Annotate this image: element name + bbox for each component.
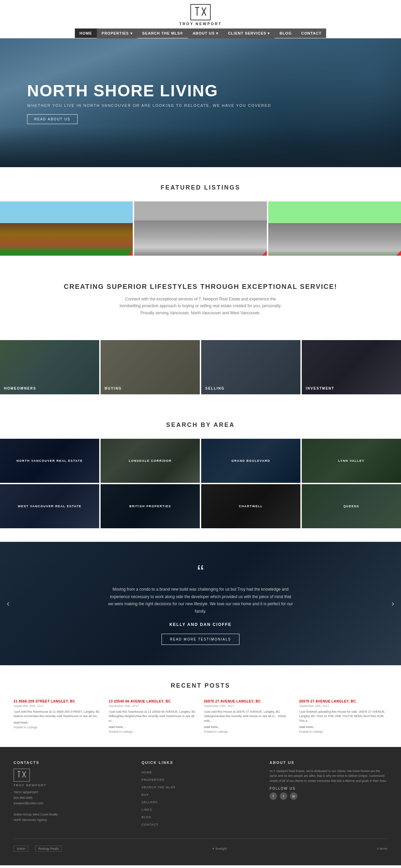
service-label-4: INVESTMENT: [306, 387, 334, 390]
footer-link-blog[interactable]: BLOG: [142, 813, 259, 820]
area-tile-lynn-valley[interactable]: LYNN VALLEY: [302, 439, 401, 483]
area-label-8: QUEENS: [340, 505, 363, 508]
listing-item-2[interactable]: SOLD: [134, 201, 267, 256]
nav-item-home[interactable]: HOME: [75, 28, 97, 38]
area-label-7: CHARTWELL: [235, 505, 266, 508]
footer-site-name: TROY NEWPORT: [14, 784, 131, 787]
post-title-2[interactable]: 13 20540 66 AVENUE Langley, BC: [109, 699, 197, 703]
social-linkedin-icon[interactable]: in: [290, 792, 297, 800]
service-overlay-3: SELLING: [201, 340, 300, 394]
search-area-section: SEARCH BY AREA NORTH VANCOUVER REAL ESTA…: [0, 408, 401, 542]
post-category-4: Posted in Listings: [299, 730, 387, 733]
service-tile-investment[interactable]: INVESTMENT: [302, 340, 401, 394]
nav-item-client-services[interactable]: CLIENT SERVICES: [223, 28, 275, 38]
service-overlay-2: BUYING: [101, 340, 200, 394]
area-tile-grand-blvd[interactable]: GRAND BOULEVARD: [201, 439, 300, 483]
post-title-1[interactable]: 21 8568 209 STREET Langley, BC: [14, 699, 102, 703]
footer-col-contacts: CONTACTS TROY NEWPORT TROY NEWPORT 604-9…: [14, 761, 131, 828]
read-more-3[interactable]: read more...: [204, 725, 292, 729]
post-item-2: 13 20540 66 AVENUE Langley, BC September…: [109, 699, 197, 734]
footer-agency: Sutton Group West Coast Realty: [14, 812, 131, 817]
footer-bottom: Sutton Realogy Realty ✦ limelight ≡ bert…: [14, 839, 387, 852]
testimonial-next-arrow[interactable]: ›: [392, 599, 394, 608]
nav-item-contact[interactable]: CONTACT: [296, 28, 326, 38]
service-tile-homeowners[interactable]: HOMEOWNERS: [0, 340, 99, 394]
hero-title: NORTH SHORE LIVING: [27, 81, 271, 100]
area-tile-lonsdale[interactable]: LONSDALE CORRIDOR: [101, 439, 200, 483]
listing-item-1[interactable]: SOLD: [0, 201, 133, 256]
hero-content: NORTH SHORE LIVING WHETHER YOU LIVE IN N…: [0, 81, 298, 124]
area-tile-west-vancouver[interactable]: WEST VANCOUVER REAL ESTATE: [0, 484, 99, 528]
area-tile-chartwell[interactable]: CHARTWELL: [201, 484, 300, 528]
site-footer: CONTACTS TROY NEWPORT TROY NEWPORT 604-9…: [0, 747, 401, 865]
social-facebook-icon[interactable]: f: [270, 792, 277, 800]
post-excerpt-3: I just sold this House at 26976 27 AVENU…: [204, 710, 292, 724]
services-section: HOMEOWNERS BUYING SELLING INVESTMENT: [0, 330, 401, 408]
footer-link-properties[interactable]: PROPERTIES: [142, 776, 259, 782]
post-item-3: 26976 27 AVENUE Langley, BC September 25…: [204, 699, 292, 734]
footer-link-links[interactable]: LINKS: [142, 806, 259, 812]
read-more-4[interactable]: read more...: [299, 725, 387, 729]
tagline-heading: CREATING SUPERIOR LIFESTYLES THROUGH EXC…: [34, 283, 367, 291]
social-twitter-icon[interactable]: t: [280, 792, 287, 800]
testimonial-section: ‹ “ Moving from a condo to a brand new b…: [0, 542, 401, 665]
footer-phone: 604-998-4085: [14, 795, 131, 801]
tagline-body: Connect with the exceptional services of…: [116, 296, 285, 316]
service-tile-selling[interactable]: SELLING: [201, 340, 300, 394]
area-tile-north-vancouver[interactable]: NORTH VANCOUVER REAL ESTATE: [0, 439, 99, 483]
post-item-4: 26976 27 AVENUE Langley, BC September 25…: [299, 699, 387, 734]
partner-sutton: Sutton: [14, 846, 28, 852]
read-more-2[interactable]: read more...: [109, 725, 197, 729]
posts-grid: 21 8568 209 STREET Langley, BC September…: [14, 699, 387, 734]
area-label-3: GRAND BOULEVARD: [228, 459, 273, 462]
nav-item-about[interactable]: ABOUT US: [188, 28, 224, 38]
footer-link-buy[interactable]: BUY: [142, 791, 259, 797]
footer-person-name: TROY NEWPORT: [14, 790, 131, 795]
footer-email: tnewport@sutton.com: [14, 801, 131, 806]
listings-grid: SOLD SOLD SOLD: [0, 201, 401, 256]
area-tile-british-properties[interactable]: BRITISH PROPERTIES: [101, 484, 200, 528]
testimonial-text: Moving from a condo to a brand new build…: [107, 586, 294, 615]
services-grid: HOMEOWNERS BUYING SELLING INVESTMENT: [0, 340, 401, 394]
testimonial-cta-button[interactable]: READ MORE TESTIMONIALS: [162, 634, 240, 645]
service-overlay-1: HOMEOWNERS: [0, 340, 99, 394]
post-title-3[interactable]: 26976 27 AVENUE Langley, BC: [204, 699, 292, 703]
post-item-1: 21 8568 209 STREET Langley, BC September…: [14, 699, 102, 734]
area-tile-queens[interactable]: QUEENS: [302, 484, 401, 528]
footer-link-contact[interactable]: CONTACT: [142, 821, 259, 827]
site-logo[interactable]: [190, 4, 211, 20]
post-date-2: September 25th, 2017: [109, 704, 197, 708]
post-date-4: September 25th, 2017: [299, 704, 387, 708]
main-nav: HOME PROPERTIES SEARCH THE MLS® ABOUT US…: [0, 28, 401, 38]
footer-powered-by: ✦ limelight: [212, 847, 227, 850]
area-grid: NORTH VANCOUVER REAL ESTATE LONSDALE COR…: [0, 439, 401, 528]
post-category-3: Posted in Listings: [204, 730, 292, 733]
footer-grid: CONTACTS TROY NEWPORT TROY NEWPORT 604-9…: [14, 761, 387, 828]
post-title-4[interactable]: 26976 27 AVENUE Langley, BC: [299, 699, 387, 703]
nav-item-blog[interactable]: BLOG: [275, 28, 296, 38]
footer-col-about: ABOUT US At T. Newport Real Estate, we'r…: [270, 761, 387, 828]
listing-item-3[interactable]: SOLD: [268, 201, 401, 256]
service-overlay-4: INVESTMENT: [302, 340, 401, 394]
footer-link-search[interactable]: SEARCH THE MLS®: [142, 784, 259, 790]
featured-listings-section: FEATURED LISTINGS SOLD SOLD SOLD: [0, 167, 401, 269]
hero-subtitle: WHETHER YOU LIVE IN NORTH VANCOUVER OR A…: [27, 103, 271, 107]
partner-logos: Sutton Realogy Realty: [14, 846, 62, 852]
sold-badge-2: SOLD: [250, 248, 267, 256]
footer-link-home[interactable]: HOME: [142, 769, 259, 775]
footer-bertor: ≡ bertor: [377, 847, 387, 850]
hero-cta-button[interactable]: READ ABOUT US: [27, 114, 78, 124]
service-tile-buying[interactable]: BUYING: [101, 340, 200, 394]
service-label-3: SELLING: [205, 387, 225, 390]
nav-item-search-mls[interactable]: SEARCH THE MLS®: [138, 28, 188, 38]
post-date-3: September 25th, 2017: [204, 704, 292, 708]
testimonial-prev-arrow[interactable]: ‹: [7, 599, 9, 608]
nav-item-properties[interactable]: PROPERTIES: [97, 28, 138, 38]
site-header: TROY NEWPORT HOME PROPERTIES SEARCH THE …: [0, 0, 401, 38]
site-name: TROY NEWPORT: [0, 22, 401, 26]
footer-contacts-title: CONTACTS: [14, 761, 131, 765]
footer-link-sellers[interactable]: SELLERS: [142, 798, 259, 805]
read-more-1[interactable]: read more...: [14, 721, 102, 724]
quote-mark-icon: “: [27, 562, 374, 583]
hero-section: NORTH SHORE LIVING WHETHER YOU LIVE IN N…: [0, 38, 401, 167]
